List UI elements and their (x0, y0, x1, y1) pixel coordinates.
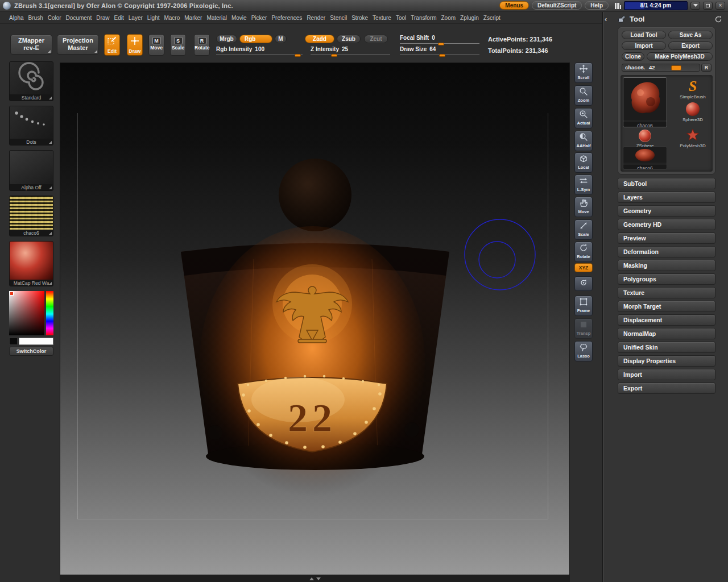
section-texture[interactable]: Texture (618, 287, 715, 298)
mrgb-button[interactable]: Mrgb (216, 35, 237, 43)
saturation-value-box[interactable] (9, 291, 44, 335)
scroll-down-icon[interactable] (316, 577, 321, 580)
actual-button[interactable]: Actual (574, 108, 593, 128)
tool-palette-header[interactable]: Tool (618, 15, 644, 23)
palette-refresh-icon[interactable] (714, 15, 722, 23)
clone-button[interactable]: Clone (622, 52, 644, 61)
current-texture-thumbnail[interactable]: chaco6 (9, 196, 53, 236)
lsym-button[interactable]: L.Sym (574, 174, 593, 195)
section-import[interactable]: Import (618, 369, 715, 380)
zadd-button[interactable]: Zadd (305, 35, 334, 43)
tool-item-chaco6-selected[interactable]: chaco6 (623, 77, 667, 127)
default-zscript-button[interactable]: DefaultZScript (532, 1, 582, 10)
projection-master-button[interactable]: Projection Master (57, 35, 99, 55)
save-as-button[interactable]: Save As (668, 31, 713, 39)
menu-layer[interactable]: Layer (129, 15, 143, 21)
shelf-rotate-button[interactable]: Rotate (574, 242, 593, 262)
move-button[interactable]: M Move (148, 34, 164, 56)
tool-item-chaco6-b[interactable]: chaco6 (623, 147, 667, 169)
window-close-button[interactable]: × (715, 2, 725, 10)
menu-brush[interactable]: Brush (28, 15, 43, 21)
rotate-button[interactable]: R Rotate (194, 34, 210, 56)
draw-size-slider[interactable]: Draw Size64 (400, 46, 479, 55)
section-subtool[interactable]: SubTool (618, 178, 715, 189)
menu-draw[interactable]: Draw (96, 15, 109, 21)
rgb-intensity-handle[interactable] (295, 54, 301, 57)
draw-size-track[interactable] (400, 53, 479, 55)
transp-button[interactable]: Transp (574, 318, 593, 339)
local-button[interactable]: Local (574, 152, 593, 173)
m-button[interactable]: M (275, 35, 287, 43)
help-button[interactable]: Help (585, 1, 609, 10)
tray-collapse-arrow[interactable]: ‹ (605, 16, 607, 22)
shelf-move-button[interactable]: Move (574, 197, 593, 217)
section-masking[interactable]: Masking (618, 260, 715, 271)
aahalf-button[interactable]: AAHalf (574, 131, 593, 151)
menu-macro[interactable]: Macro (164, 15, 180, 21)
tool-item-sphere3d[interactable]: Sphere3D (675, 102, 710, 122)
current-brush-thumbnail[interactable]: Standard (9, 61, 53, 101)
menu-zscript[interactable]: Zscript (483, 15, 500, 21)
section-geometry-hd[interactable]: Geometry HD (618, 219, 715, 230)
menu-alpha[interactable]: Alpha (9, 15, 24, 21)
tool-export-button[interactable]: Export (668, 41, 713, 50)
menu-stroke[interactable]: Stroke (351, 15, 368, 21)
scale-button[interactable]: S Scale (170, 34, 186, 56)
current-material-thumbnail[interactable]: MatCap Red Wa (9, 241, 53, 286)
menu-edit[interactable]: Edit (114, 15, 124, 21)
r-button[interactable]: R (701, 64, 712, 72)
tool-slider-handle[interactable] (671, 65, 681, 70)
focal-shift-slider[interactable]: Focal Shift0 (400, 35, 479, 44)
canvas-scroll-strip[interactable] (60, 575, 570, 582)
menu-zoom[interactable]: Zoom (441, 15, 456, 21)
zcut-button[interactable]: Zcut (364, 35, 388, 43)
section-layers[interactable]: Layers (618, 192, 715, 203)
section-morph-target[interactable]: Morph Target (618, 301, 715, 312)
make-polymesh3d-button[interactable]: Make PolyMesh3D (647, 52, 713, 61)
z-intensity-slider[interactable]: Z Intensity25 (311, 46, 390, 55)
focal-shift-handle[interactable] (438, 43, 444, 45)
current-stroke-thumbnail[interactable]: Dots (9, 106, 53, 146)
secondary-color-swatch[interactable] (9, 338, 18, 345)
shelf-scale-button[interactable]: Scale (574, 219, 593, 240)
menu-movie[interactable]: Movie (231, 15, 247, 21)
draw-button[interactable]: Draw (127, 34, 143, 56)
menu-stencil[interactable]: Stencil (330, 15, 347, 21)
menu-preferences[interactable]: Preferences (271, 15, 302, 21)
menu-marker[interactable]: Marker (184, 15, 202, 21)
lasso-button[interactable]: Lasso (574, 341, 593, 361)
tool-item-zsphere[interactable]: ZSphere (628, 130, 661, 148)
menu-document[interactable]: Document (66, 15, 92, 21)
z-intensity-handle[interactable] (331, 54, 337, 57)
tool-item-polymesh3d[interactable]: PolyMesh3D (675, 128, 710, 148)
draw-size-handle[interactable] (439, 54, 445, 57)
color-picker[interactable] (9, 291, 53, 335)
menu-material[interactable]: Material (206, 15, 227, 21)
menu-zplugin[interactable]: Zplugin (460, 15, 479, 21)
current-alpha-thumbnail[interactable]: Alpha Off (9, 150, 53, 191)
spin-button[interactable] (574, 276, 593, 291)
menus-button[interactable]: Menus (499, 1, 529, 10)
rgb-intensity-slider[interactable]: Rgb Intensity100 (216, 46, 303, 55)
menu-transform[interactable]: Transform (411, 15, 436, 21)
xyz-button[interactable]: XYZ (574, 263, 593, 272)
menu-tool[interactable]: Tool (396, 15, 406, 21)
rgb-button[interactable]: Rgb (239, 35, 272, 43)
tool-item-simplebrush[interactable]: S SimpleBrush (675, 80, 710, 99)
tool-import-button[interactable]: Import (622, 41, 666, 50)
tool-inventory-slider[interactable]: chaco6. 42 (622, 64, 700, 72)
section-unified-skin[interactable]: Unified Skin (618, 342, 715, 353)
scroll-button[interactable]: Scroll (574, 63, 593, 83)
zsub-button[interactable]: Zsub (337, 35, 361, 43)
menu-light[interactable]: Light (147, 15, 160, 21)
section-normalmap[interactable]: NormalMap (618, 328, 715, 339)
window-size-button[interactable] (703, 2, 713, 10)
zoom-button[interactable]: Zoom (574, 85, 593, 106)
scroll-up-icon[interactable] (309, 577, 314, 580)
focal-shift-track[interactable] (400, 42, 479, 44)
section-polygroups[interactable]: Polygroups (618, 273, 715, 285)
section-deformation[interactable]: Deformation (618, 246, 715, 257)
section-geometry[interactable]: Geometry (618, 205, 715, 217)
menu-texture[interactable]: Texture (373, 15, 391, 21)
document-canvas[interactable]: 22 (60, 63, 570, 575)
